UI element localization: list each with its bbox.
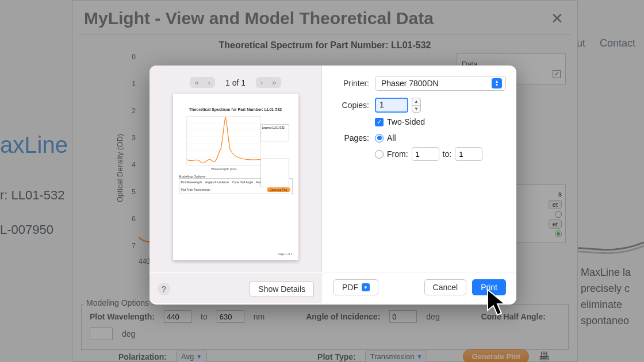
prev-page-button[interactable]: ‹ — [204, 77, 215, 88]
page-count-label: 1 of 1 — [225, 78, 246, 87]
thumb-legend: Legend LL01-532 — [260, 124, 289, 141]
y-tick: 4 — [124, 161, 136, 169]
brand-text: axLine — [0, 132, 68, 158]
product-codes: r: LL01-532 L-007950 — [0, 178, 65, 247]
show-details-button[interactable]: Show Details — [250, 281, 314, 297]
mouse-cursor — [486, 288, 511, 321]
wavelength-to-input[interactable] — [217, 310, 244, 323]
reset-button[interactable]: et — [549, 200, 562, 209]
next-page-button[interactable]: › — [256, 77, 267, 88]
pages-label: Pages: — [334, 133, 369, 143]
description-paragraph: MaxLine la precisely c eliminate spontan… — [581, 264, 644, 329]
code-2: L-007950 — [0, 213, 65, 247]
thumb-footer-right: Page 1 of 1 — [278, 252, 293, 256]
y-tick: 6 — [124, 215, 136, 223]
cone-input[interactable] — [90, 328, 113, 340]
two-sided-checkbox[interactable]: ✓ — [375, 118, 384, 126]
plot-type-label: Plot Type: — [317, 352, 356, 361]
y-tick: 3 — [124, 134, 136, 142]
reset-button-2[interactable]: et — [549, 219, 562, 229]
deg-unit-2: deg — [122, 329, 135, 338]
updown-icon: ▲▼ — [492, 78, 502, 88]
nm-unit: nm — [254, 312, 264, 321]
printer-label: Printer: — [334, 79, 369, 88]
chevron-down-icon: ▼ — [196, 353, 202, 360]
nav-contact-link[interactable]: Contact — [600, 37, 635, 49]
y-tick: 2 — [124, 107, 136, 115]
chevron-down-icon: ▼ — [417, 353, 423, 360]
code-1: r: LL01-532 — [0, 178, 65, 213]
y-tick: 7 — [124, 242, 136, 250]
pages-to-label: to: — [443, 149, 452, 159]
y-tick: 5 — [124, 188, 136, 196]
polarization-select[interactable]: Avg▼ — [176, 351, 207, 362]
prev-page-segment[interactable]: « ‹ — [190, 77, 215, 88]
svg-rect-0 — [186, 116, 260, 165]
printer-select[interactable]: Phaser 7800DN ▲▼ — [375, 76, 506, 91]
svg-text:Wavelength (nm): Wavelength (nm) — [210, 168, 236, 171]
print-preview-pane: « ‹ 1 of 1 › » Theoretical Spectrum for … — [150, 66, 322, 272]
stepper-up-icon[interactable]: ▲ — [412, 98, 420, 106]
to-word: to — [201, 312, 208, 321]
help-button[interactable]: ? — [158, 283, 170, 295]
pages-from-label: From: — [387, 149, 408, 159]
wavelength-from-input[interactable] — [164, 310, 191, 323]
plot-wavelength-label: Plot Wavelength: — [90, 312, 155, 321]
print-dialog-footer: ? Show Details PDF ▼ Cancel Print — [150, 272, 516, 305]
nav-about-link[interactable]: ut — [577, 37, 585, 49]
legend-checkbox[interactable]: ✓ — [553, 70, 561, 78]
thumb-generate-button: Generate Plot — [267, 187, 290, 192]
pages-from-radio[interactable] — [375, 150, 384, 159]
thumb-title: Theoretical Spectrum for Part Number: LL… — [179, 107, 293, 111]
last-page-button[interactable]: » — [267, 77, 281, 88]
x-tick-start: 440 — [139, 257, 150, 265]
stepper-down-icon[interactable]: ▼ — [412, 106, 420, 113]
pages-all-label: All — [387, 133, 396, 143]
copies-stepper[interactable]: ▲ ▼ — [412, 98, 421, 113]
pages-to-input[interactable] — [455, 147, 482, 161]
two-sided-label: Two-Sided — [387, 117, 425, 126]
print-icon[interactable]: 🖶 — [538, 350, 550, 362]
thumb-chart: Wavelength (nm) Legend LL01-532 — [179, 114, 293, 171]
close-button[interactable]: ✕ — [549, 10, 566, 28]
modal-title: MyLight - View and Model Theoretical Dat… — [84, 9, 434, 28]
y-tick: 1 — [124, 80, 136, 88]
ctrl-label: s — [558, 190, 562, 198]
printer-value: Phaser 7800DN — [381, 79, 439, 88]
first-page-button[interactable]: « — [190, 77, 203, 88]
generate-plot-button[interactable]: Generate Plot — [463, 349, 529, 362]
next-page-segment[interactable]: › » — [256, 77, 281, 88]
print-settings-pane: Printer: Phaser 7800DN ▲▼ Copies: ▲ ▼ — [322, 66, 516, 272]
zoom-radio[interactable] — [555, 211, 562, 218]
pages-all-radio[interactable] — [375, 134, 384, 143]
chart-title: Theoretical Spectrum for Part Number: LL… — [84, 40, 566, 51]
pages-from-input[interactable] — [412, 147, 439, 161]
zoom-radio-2[interactable] — [555, 230, 562, 237]
modeling-options-header: Modeling Options — [84, 298, 151, 307]
chevron-down-icon: ▼ — [362, 283, 370, 291]
polarization-label: Polarization: — [118, 352, 167, 361]
deg-unit: deg — [426, 312, 439, 321]
thumb-controls — [260, 159, 289, 187]
copies-input-wrapper[interactable] — [375, 98, 408, 113]
y-tick: 0 — [124, 53, 136, 61]
print-thumbnail: Theoretical Spectrum for Part Number: LL… — [173, 94, 298, 260]
copies-label: Copies: — [334, 101, 369, 110]
aoi-input[interactable] — [389, 310, 417, 323]
print-dialog: « ‹ 1 of 1 › » Theoretical Spectrum for … — [150, 66, 516, 305]
aoi-label: Angle of Incidence: — [306, 312, 380, 321]
plot-type-select[interactable]: Transmission▼ — [365, 351, 428, 362]
cancel-button[interactable]: Cancel — [424, 279, 467, 295]
y-axis-label: Optical Density (OD) — [116, 134, 124, 202]
copies-input[interactable] — [379, 100, 404, 109]
pdf-dropdown-button[interactable]: PDF ▼ — [334, 279, 378, 295]
